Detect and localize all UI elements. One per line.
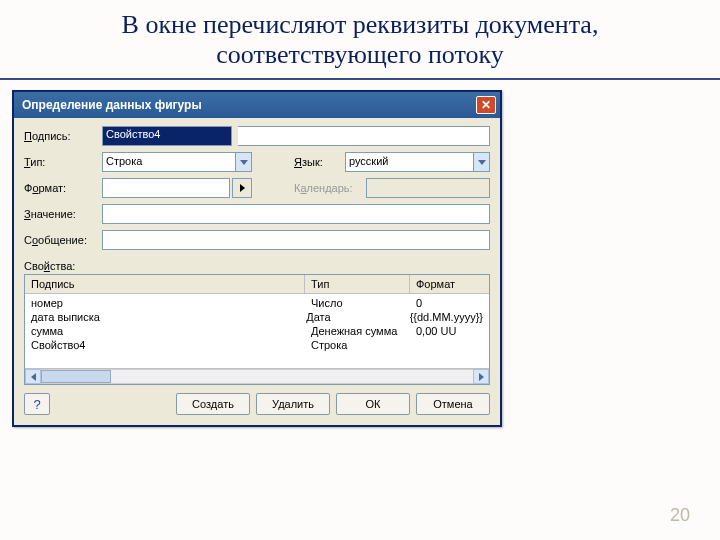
page-number: 20 <box>670 505 690 526</box>
cell: Денежная сумма <box>305 324 410 338</box>
format-expand-button[interactable] <box>232 178 252 198</box>
table-row[interactable]: дата выписка Дата {{dd.MM.yyyy}} <box>25 310 489 324</box>
cell: Дата <box>300 310 403 324</box>
chevron-right-icon <box>240 184 245 192</box>
titlebar[interactable]: Определение данных фигуры ✕ <box>14 92 500 118</box>
cancel-button[interactable]: Отмена <box>416 393 490 415</box>
slide-title: В окне перечисляют реквизиты документа, … <box>0 0 720 80</box>
podpis-input[interactable]: Свойство4 <box>102 126 232 146</box>
cell: 0 <box>410 296 489 310</box>
calendar-input <box>366 178 490 198</box>
label-podpis: Подпись: <box>24 130 96 142</box>
label-tip: Тип: <box>24 156 96 168</box>
cell: дата выписка <box>25 310 300 324</box>
scroll-thumb[interactable] <box>41 370 111 383</box>
cancel-label: Отмена <box>433 398 472 410</box>
properties-grid: Подпись Тип Формат номер Число 0 дата вы… <box>24 274 490 385</box>
format-input[interactable] <box>102 178 230 198</box>
label-znachenie: Значение: <box>24 208 96 220</box>
label-yazyk: Язык: <box>294 156 339 168</box>
grid-header: Подпись Тип Формат <box>25 275 489 294</box>
scroll-left-button[interactable] <box>25 369 41 384</box>
chevron-down-icon <box>240 160 248 165</box>
button-row: ? Создать Удалить ОК Отмена <box>24 393 490 415</box>
table-row[interactable]: номер Число 0 <box>25 296 489 310</box>
ok-button[interactable]: ОК <box>336 393 410 415</box>
cell <box>410 338 489 352</box>
dialog-window: Определение данных фигуры ✕ Подпись: Сво… <box>12 90 502 427</box>
delete-button[interactable]: Удалить <box>256 393 330 415</box>
label-calendar: Календарь: <box>294 182 360 194</box>
label-soobshenie: Сообщение: <box>24 234 96 246</box>
tip-select[interactable]: Строка <box>102 152 236 172</box>
label-svoystva: Свойства: <box>24 260 490 272</box>
scroll-right-button[interactable] <box>473 369 489 384</box>
scroll-track[interactable] <box>41 369 473 384</box>
grid-body: номер Число 0 дата выписка Дата {{dd.MM.… <box>25 294 489 368</box>
close-button[interactable]: ✕ <box>476 96 496 114</box>
cell: номер <box>25 296 305 310</box>
grid-header-tip[interactable]: Тип <box>305 275 410 293</box>
table-row[interactable]: сумма Денежная сумма 0,00 UU <box>25 324 489 338</box>
chevron-right-icon <box>479 373 484 381</box>
grid-header-format[interactable]: Формат <box>410 275 489 293</box>
table-row[interactable]: Свойство4 Строка <box>25 338 489 352</box>
label-format: Формат: <box>24 182 96 194</box>
ok-label: ОК <box>366 398 381 410</box>
cell: Число <box>305 296 410 310</box>
podpis-input-ext[interactable] <box>238 126 490 146</box>
dialog-title: Определение данных фигуры <box>22 98 202 112</box>
cell: Свойство4 <box>25 338 305 352</box>
tip-dropdown-button[interactable] <box>236 152 252 172</box>
close-icon: ✕ <box>481 99 491 111</box>
delete-label: Удалить <box>272 398 314 410</box>
help-icon: ? <box>33 397 40 412</box>
yazyk-dropdown-button[interactable] <box>474 152 490 172</box>
create-button[interactable]: Создать <box>176 393 250 415</box>
help-button[interactable]: ? <box>24 393 50 415</box>
grid-header-podpis[interactable]: Подпись <box>25 275 305 293</box>
znachenie-input[interactable] <box>102 204 490 224</box>
cell: сумма <box>25 324 305 338</box>
create-label: Создать <box>192 398 234 410</box>
h-scrollbar[interactable] <box>25 368 489 384</box>
chevron-left-icon <box>31 373 36 381</box>
chevron-down-icon <box>478 160 486 165</box>
cell: {{dd.MM.yyyy}} <box>404 310 489 324</box>
dialog-body: Подпись: Свойство4 Тип: Строка Язык: рус… <box>14 118 500 425</box>
soobshenie-input[interactable] <box>102 230 490 250</box>
cell: 0,00 UU <box>410 324 489 338</box>
yazyk-select[interactable]: русский <box>345 152 474 172</box>
cell: Строка <box>305 338 410 352</box>
